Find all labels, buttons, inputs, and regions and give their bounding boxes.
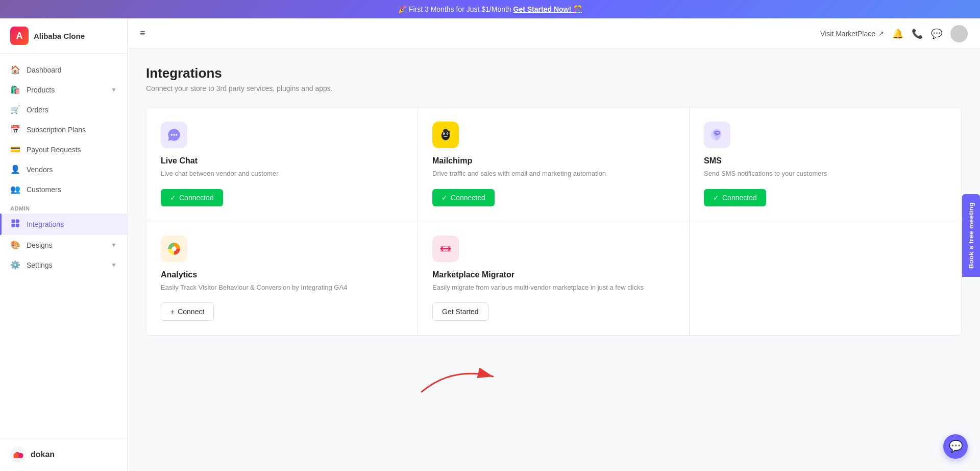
analytics-button-label: Connect xyxy=(178,308,204,316)
sms-desc: Send SMS notifications to your customers xyxy=(704,169,947,179)
top-banner: 🎉 First 3 Months for Just $1/Month Get S… xyxy=(0,0,980,18)
products-icon: 🛍️ xyxy=(10,85,20,95)
chat-fab-button[interactable]: 💬 xyxy=(943,434,968,459)
main-area: ≡ Visit MarketPlace ↗ 🔔 📞 💬 Integrations… xyxy=(128,18,980,471)
phone-icon[interactable]: 📞 xyxy=(912,28,923,39)
sms-icon xyxy=(704,122,730,148)
mailchimp-desc: Drive traffic and sales with email and m… xyxy=(432,169,675,179)
svg-point-7 xyxy=(171,134,173,136)
sidebar-item-dashboard[interactable]: 🏠 Dashboard xyxy=(0,60,127,80)
sidebar-item-label: Dashboard xyxy=(27,66,62,74)
sidebar-item-settings[interactable]: ⚙️ Settings ▼ xyxy=(0,255,127,275)
sidebar-item-payout-requests[interactable]: 💳 Payout Requests xyxy=(0,139,127,159)
migrator-button-label: Get Started xyxy=(442,308,479,316)
sidebar-item-label: Customers xyxy=(27,185,61,194)
plus-icon: + xyxy=(170,308,175,316)
integrations-icon xyxy=(10,219,20,230)
book-meeting-tab[interactable]: Book a free meeting xyxy=(962,194,980,277)
sms-connected-button[interactable]: ✓ Connected xyxy=(704,189,766,206)
svg-point-17 xyxy=(717,132,718,133)
integration-card-analytics: Analytics Easily Track Visitor Behaviour… xyxy=(146,221,418,336)
chevron-down-icon: ▼ xyxy=(111,86,117,93)
integrations-row1: Live Chat Live chat between vendor and c… xyxy=(146,107,962,221)
integration-card-sms: SMS Send SMS notifications to your custo… xyxy=(690,107,961,221)
live-chat-button-label: Connected xyxy=(179,194,214,202)
svg-point-15 xyxy=(443,129,448,132)
check-icon: ✓ xyxy=(442,194,448,202)
header-right: Visit MarketPlace ↗ 🔔 📞 💬 xyxy=(820,25,968,42)
sidebar-item-orders[interactable]: 🛒 Orders xyxy=(0,100,127,120)
sms-button-label: Connected xyxy=(722,194,757,202)
check-icon: ✓ xyxy=(713,194,719,202)
svg-point-8 xyxy=(173,134,175,136)
sidebar-item-label: Designs xyxy=(27,241,53,249)
mailchimp-button-label: Connected xyxy=(451,194,485,202)
admin-section-label: ADMIN xyxy=(0,199,127,214)
migrator-icon xyxy=(432,236,459,262)
svg-rect-0 xyxy=(12,220,15,223)
sidebar-nav: 🏠 Dashboard 🛍️ Products ▼ 🛒 Orders 📅 Sub… xyxy=(0,54,127,438)
sidebar-item-label: Settings xyxy=(27,261,53,269)
orders-icon: 🛒 xyxy=(10,105,20,114)
sidebar-item-label: Orders xyxy=(27,106,48,114)
chat-fab-icon: 💬 xyxy=(949,440,963,453)
live-chat-desc: Live chat between vendor and customer xyxy=(161,169,403,179)
hamburger-icon[interactable]: ≡ xyxy=(140,28,145,39)
integration-card-mailchimp: Mailchimp Drive traffic and sales with e… xyxy=(418,107,690,221)
svg-point-18 xyxy=(718,132,719,133)
banner-text: 🎉 First 3 Months for Just $1/Month xyxy=(398,5,511,13)
analytics-name: Analytics xyxy=(161,270,403,279)
designs-icon: 🎨 xyxy=(10,240,20,250)
chevron-down-icon: ▼ xyxy=(111,242,117,249)
sidebar: A Alibaba Clone 🏠 Dashboard 🛍️ Products … xyxy=(0,18,128,471)
payout-icon: 💳 xyxy=(10,145,20,154)
svg-point-20 xyxy=(172,246,176,251)
notifications-icon[interactable]: 🔔 xyxy=(892,28,903,39)
live-chat-icon xyxy=(161,122,187,148)
user-avatar[interactable] xyxy=(950,25,968,42)
visit-marketplace-link[interactable]: Visit MarketPlace ↗ xyxy=(820,30,884,38)
sidebar-item-products[interactable]: 🛍️ Products ▼ xyxy=(0,80,127,100)
settings-icon: ⚙️ xyxy=(10,260,20,270)
page-title: Integrations xyxy=(146,65,962,81)
svg-point-16 xyxy=(716,132,717,133)
analytics-icon xyxy=(161,236,187,262)
svg-rect-2 xyxy=(12,224,15,227)
live-chat-connected-button[interactable]: ✓ Connected xyxy=(161,189,223,206)
migrator-desc: Easily migrate from various multi-vendor… xyxy=(432,282,675,293)
mailchimp-connected-button[interactable]: ✓ Connected xyxy=(432,189,495,206)
top-header: ≡ Visit MarketPlace ↗ 🔔 📞 💬 xyxy=(128,18,980,49)
analytics-connect-button[interactable]: + Connect xyxy=(161,302,214,321)
subscription-icon: 📅 xyxy=(10,125,20,134)
mailchimp-icon xyxy=(432,122,459,148)
sidebar-item-label: Subscription Plans xyxy=(27,126,86,134)
customers-icon: 👥 xyxy=(10,184,20,194)
sidebar-item-vendors[interactable]: 👤 Vendors xyxy=(0,159,127,179)
sidebar-item-integrations[interactable]: Integrations xyxy=(0,214,127,235)
chevron-down-icon: ▼ xyxy=(111,262,117,269)
banner-cta[interactable]: Get Started Now! 🎊 xyxy=(513,5,582,13)
visit-marketplace-text: Visit MarketPlace xyxy=(820,30,875,38)
sidebar-item-designs[interactable]: 🎨 Designs ▼ xyxy=(0,235,127,255)
sidebar-item-customers[interactable]: 👥 Customers xyxy=(0,179,127,199)
migrator-name: Marketplace Migrator xyxy=(432,270,675,279)
migrator-get-started-button[interactable]: Get Started xyxy=(432,302,488,321)
page-subtitle: Connect your store to 3rd party services… xyxy=(146,84,962,92)
vendors-icon: 👤 xyxy=(10,164,20,174)
live-chat-name: Live Chat xyxy=(161,156,403,166)
app-name: Alibaba Clone xyxy=(34,32,85,40)
integration-card-live-chat: Live Chat Live chat between vendor and c… xyxy=(146,107,418,221)
dashboard-icon: 🏠 xyxy=(10,65,20,75)
sidebar-bottom: dokan xyxy=(0,438,127,471)
integration-card-marketplace-migrator: Marketplace Migrator Easily migrate from… xyxy=(418,221,690,336)
empty-card xyxy=(690,221,961,336)
sms-name: SMS xyxy=(704,156,947,166)
sidebar-item-subscription-plans[interactable]: 📅 Subscription Plans xyxy=(0,120,127,139)
arrow-annotation xyxy=(411,356,503,397)
support-icon[interactable]: 💬 xyxy=(931,28,942,39)
svg-rect-3 xyxy=(16,224,19,227)
sidebar-item-label: Payout Requests xyxy=(27,146,81,154)
analytics-desc: Easily Track Visitor Behaviour & Convers… xyxy=(161,282,403,293)
sidebar-logo: A Alibaba Clone xyxy=(0,18,127,54)
header-left: ≡ xyxy=(140,28,145,39)
